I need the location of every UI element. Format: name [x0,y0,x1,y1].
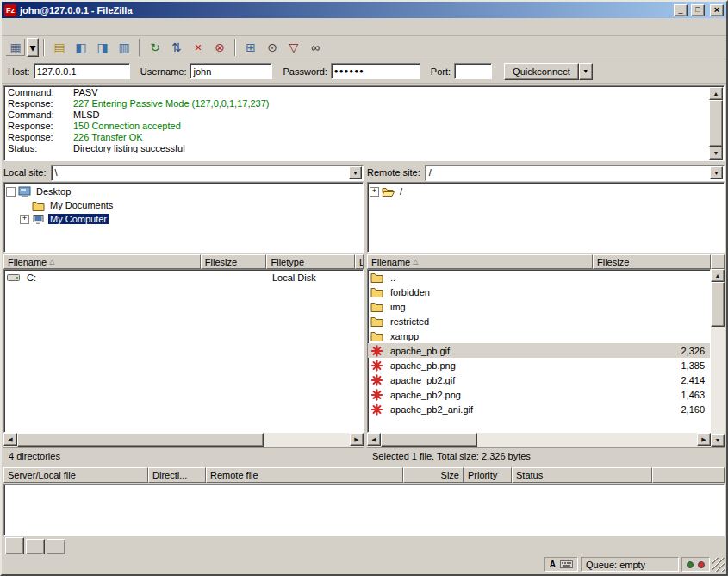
file-row[interactable]: .. [368,270,710,285]
toolbar-icon: ⇅ [171,41,182,53]
menu-item[interactable] [87,24,101,29]
menu-item[interactable] [18,24,32,29]
toolbar-icon: ⊙ [267,41,277,53]
scroll-up-icon[interactable]: ▲ [709,87,723,100]
scroll-down-icon[interactable]: ▼ [711,434,725,447]
process-queue-button[interactable]: ⇅ [166,38,187,57]
column-header[interactable]: Filetype [266,254,355,269]
tree-item[interactable]: + / [370,185,722,198]
queue-tab[interactable] [5,537,24,554]
log-scrollbar[interactable]: ▲ ▼ [709,87,723,160]
file-row[interactable]: apache_pb2_ani.gif 2,160 [368,402,710,416]
file-row[interactable]: img [368,299,710,314]
toolbar-icon: ⊞ [246,41,256,53]
refresh-button[interactable]: ↻ [145,38,165,57]
minimize-button[interactable]: _ [674,4,688,16]
filter-button[interactable]: ▽ [283,38,304,57]
cancel-button[interactable]: × [188,38,208,57]
remote-site-combo[interactable]: / ▼ [425,165,725,181]
menu-item[interactable] [4,24,18,29]
toolbar-icon: ⊗ [215,41,225,53]
port-input[interactable] [454,63,492,79]
host-input[interactable] [34,63,130,79]
tree-item[interactable]: My Documents [6,198,361,212]
column-header[interactable]: Filesize [593,254,711,269]
file-row[interactable]: apache_pb2.png 1,463 [368,387,710,402]
site-manager-dropdown[interactable]: ▾ [27,38,39,57]
queue-column-header[interactable]: Size [403,467,464,483]
tree-expand-toggle[interactable]: + [20,215,29,224]
file-name: apache_pb.png [390,360,456,371]
file-name: img [390,302,406,312]
queue-column-header[interactable]: Status [512,467,652,483]
queue-column-header[interactable]: Priority [464,467,512,483]
column-header[interactable]: Filename△ [3,254,201,269]
tree-expand-toggle[interactable]: - [6,187,16,197]
local-site-combo[interactable]: \ ▼ [51,165,364,181]
scroll-right-icon[interactable]: ▶ [697,433,711,446]
toggle-local-tree-button[interactable]: ◧ [71,38,91,57]
menu-item[interactable] [59,24,73,29]
tree-item[interactable]: - Desktop [6,185,361,198]
quickconnect-button[interactable]: Quickconnect [504,63,579,80]
username-input[interactable] [190,63,272,79]
queue-column-header[interactable]: Directi... [148,467,206,483]
log-scrollbar-track[interactable] [709,100,723,147]
log-line-type: Command: [8,87,73,98]
file-row[interactable]: apache_pb2.gif 2,414 [368,373,710,387]
quickconnect-dropdown[interactable]: ▼ [579,63,593,80]
maximize-button[interactable]: □ [691,4,705,16]
scroll-up-icon[interactable]: ▲ [711,269,725,282]
file-row[interactable]: apache_pb.png 1,385 [368,358,710,373]
tree-item[interactable]: + My Computer [6,212,361,226]
remote-horizontal-scrollbar[interactable]: ◀ ▶ [367,433,711,447]
chevron-down-icon[interactable]: ▼ [349,166,362,179]
file-row[interactable]: C: Local Disk [4,270,363,285]
tree-expand-toggle[interactable]: + [370,187,379,197]
toggle-queue-button[interactable]: ▥ [114,38,134,57]
search-button[interactable]: ∞ [305,38,326,57]
log-line-text: 226 Transfer OK [73,132,143,143]
column-header[interactable]: Filesize [201,254,267,269]
scroll-left-icon[interactable]: ◀ [3,433,17,446]
remote-vertical-scrollbar[interactable]: ▲ ▼ [711,254,725,447]
scroll-right-icon[interactable]: ▶ [350,433,364,446]
log-scrollbar-thumb[interactable] [709,100,723,147]
file-name: forbidden [390,287,430,297]
file-row[interactable]: xampp [368,329,710,343]
scrollbar-thumb[interactable] [381,433,477,447]
transfer-type-panel: A [544,557,578,572]
scrollbar-track[interactable] [711,282,725,434]
toggle-remote-tree-button[interactable]: ◨ [92,38,113,57]
remote-pane: Remote site: / ▼ + / [367,163,725,464]
chevron-down-icon[interactable]: ▼ [710,166,723,179]
disconnect-button[interactable]: ⊗ [209,38,230,57]
toggle-message-log-button[interactable]: ▤ [49,38,70,57]
queue-column-header[interactable]: Server/Local file [3,467,148,483]
column-header[interactable]: L [355,254,364,269]
file-row[interactable]: restricted [368,314,710,329]
scroll-left-icon[interactable]: ◀ [367,433,381,446]
file-row[interactable]: forbidden [368,285,710,299]
scrollbar-thumb[interactable] [711,282,725,327]
menu-item[interactable] [32,24,46,29]
directory-compare-button[interactable]: ⊞ [240,38,261,57]
scroll-down-icon[interactable]: ▼ [709,147,723,160]
menu-item[interactable] [73,24,87,29]
resize-grip[interactable] [712,558,725,572]
password-input[interactable] [331,63,420,79]
menu-item[interactable] [46,24,59,29]
queue-column-header[interactable]: Remote file [206,467,403,483]
queue-tab[interactable] [26,539,45,554]
column-header[interactable]: Filename△ [367,254,593,269]
close-button[interactable]: × [710,4,724,16]
filezilla-window: Fz john@127.0.0.1 - FileZilla _ □ × ▦ ▾ … [0,0,728,576]
message-log: Command: PASV Response: 227 Entering Pas… [3,85,725,161]
file-row[interactable]: apache_pb.gif 2,326 [368,343,710,358]
site-manager-button[interactable]: ▦ [5,38,26,57]
synchronized-browsing-button[interactable]: ⊙ [262,38,283,57]
scrollbar-thumb[interactable] [17,433,264,447]
local-horizontal-scrollbar[interactable]: ◀ ▶ [3,433,364,447]
remote-site-label: Remote site: [367,167,420,178]
queue-tab[interactable] [47,539,65,554]
